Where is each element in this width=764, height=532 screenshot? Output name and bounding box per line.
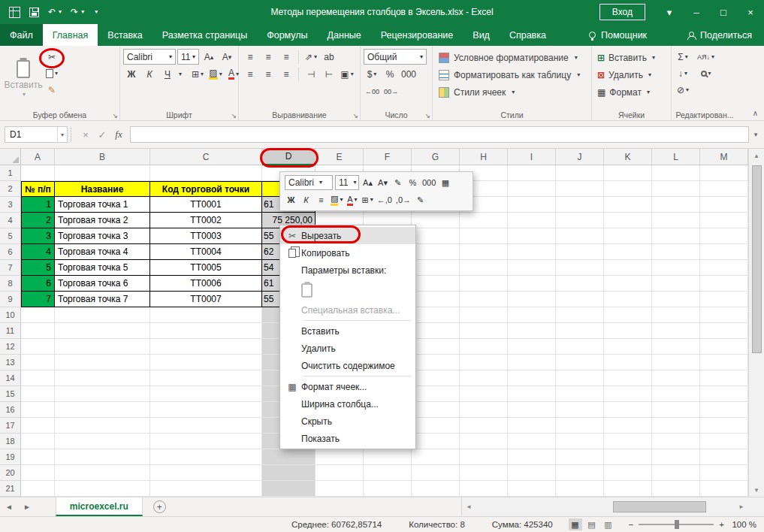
row-header-13[interactable]: 13	[0, 355, 21, 370]
cell-J14[interactable]	[556, 370, 604, 386]
cell-L2[interactable]	[652, 181, 700, 197]
cell-I3[interactable]	[508, 197, 556, 213]
cell-L4[interactable]	[652, 213, 700, 228]
cell-K19[interactable]	[604, 449, 652, 465]
sort-filter-button[interactable]: АЯ↓▾	[696, 49, 716, 65]
cell-E19[interactable]	[316, 449, 364, 465]
merge-center-button[interactable]: ▣▾	[339, 66, 355, 82]
name-box-caret-icon[interactable]: ▾	[57, 127, 67, 142]
cell-G19[interactable]	[412, 449, 460, 465]
orientation-button[interactable]: ⇗▾	[303, 49, 319, 65]
cell-B19[interactable]	[55, 449, 150, 465]
tab-view[interactable]: Вид	[463, 24, 500, 46]
cell-B4[interactable]: Торговая точка 2	[55, 213, 150, 228]
row-header-5[interactable]: 5	[0, 228, 21, 244]
cell-B15[interactable]	[55, 386, 150, 402]
cell-H15[interactable]	[460, 386, 508, 402]
confirm-entry-button[interactable]: ✓	[94, 126, 110, 143]
formula-bar-expand-icon[interactable]: ▾	[749, 131, 762, 138]
row-header-1[interactable]: 1	[0, 165, 21, 181]
cell-A10[interactable]	[21, 307, 55, 323]
increase-font-size-button[interactable]: А▴	[201, 49, 217, 65]
cell-M4[interactable]	[700, 213, 748, 228]
row-header-2[interactable]: 2	[0, 181, 21, 197]
increase-font-size-button[interactable]: А▴	[361, 175, 374, 190]
cell-C2[interactable]: Код торговой точки	[150, 181, 262, 197]
tab-data[interactable]: Данные	[318, 24, 371, 46]
font-color-button[interactable]: А▾	[346, 192, 358, 207]
increase-decimal-button[interactable]: ←,0	[376, 192, 393, 207]
cell-H13[interactable]	[460, 355, 508, 370]
cell-K13[interactable]	[604, 355, 652, 370]
cell-B16[interactable]	[55, 402, 150, 418]
align-bottom-icon[interactable]: ≡	[278, 49, 294, 65]
cell-C8[interactable]: ТТ0006	[150, 276, 262, 292]
cell-M11[interactable]	[700, 323, 748, 339]
sign-in-button[interactable]: Вход	[599, 4, 645, 20]
mini-font-name-combo[interactable]: Calibri▾	[285, 175, 333, 190]
align-top-icon[interactable]: ≡	[242, 49, 258, 65]
conditional-formatting-button[interactable]: Условное форматирование▾	[436, 49, 588, 66]
number-dialog-launcher[interactable]: ↘	[424, 112, 430, 119]
table-format-button[interactable]: ▦	[439, 175, 451, 190]
cell-H20[interactable]	[460, 465, 508, 481]
increase-decimal-button[interactable]: ←00	[364, 83, 381, 99]
cell-B11[interactable]	[55, 323, 150, 339]
zoom-slider[interactable]	[639, 524, 714, 525]
underline-button[interactable]: Ч	[159, 66, 176, 82]
cell-J3[interactable]	[556, 197, 604, 213]
row-header-15[interactable]: 15	[0, 386, 21, 402]
cell-L5[interactable]	[652, 228, 700, 244]
cell-G13[interactable]	[412, 355, 460, 370]
cell-G7[interactable]	[412, 260, 460, 276]
cut-button[interactable]: ✂	[44, 49, 60, 65]
cell-C10[interactable]	[150, 307, 262, 323]
cell-E20[interactable]	[316, 465, 364, 481]
column-header-E[interactable]: E	[316, 149, 364, 165]
column-header-F[interactable]: F	[364, 149, 412, 165]
format-as-table-button[interactable]: Форматировать как таблицу▾	[436, 66, 588, 83]
tab-insert[interactable]: Вставка	[98, 24, 152, 46]
cell-H14[interactable]	[460, 370, 508, 386]
context-menu-item-paste-options[interactable]	[280, 279, 415, 301]
cell-L3[interactable]	[652, 197, 700, 213]
cell-J18[interactable]	[556, 434, 604, 449]
align-center-icon[interactable]: ≡	[260, 66, 276, 82]
cell-A15[interactable]	[21, 386, 55, 402]
cell-J15[interactable]	[556, 386, 604, 402]
select-all-corner[interactable]	[0, 149, 21, 165]
borders-button[interactable]: ⊞▾	[361, 192, 373, 207]
percent-style-button[interactable]: %	[382, 66, 398, 82]
row-header-10[interactable]: 10	[0, 307, 21, 323]
cell-G5[interactable]	[412, 228, 460, 244]
row-header-17[interactable]: 17	[0, 418, 21, 434]
cell-I16[interactable]	[508, 402, 556, 418]
cell-G18[interactable]	[412, 434, 460, 449]
cell-I9[interactable]	[508, 292, 556, 307]
bold-button[interactable]: Ж	[123, 66, 140, 82]
cell-I5[interactable]	[508, 228, 556, 244]
cell-A5[interactable]: 3	[21, 228, 55, 244]
cell-K1[interactable]	[604, 165, 652, 181]
fill-color-button[interactable]: ▨▾	[207, 66, 224, 82]
row-header-3[interactable]: 3	[0, 197, 21, 213]
cell-H8[interactable]	[460, 276, 508, 292]
cell-C18[interactable]	[150, 434, 262, 449]
column-header-H[interactable]: H	[460, 149, 508, 165]
row-header-18[interactable]: 18	[0, 434, 21, 449]
borders-button[interactable]: ⊞▾	[189, 66, 206, 82]
cell-G9[interactable]	[412, 292, 460, 307]
column-header-A[interactable]: A	[21, 149, 55, 165]
cell-A1[interactable]	[21, 165, 55, 181]
cell-K12[interactable]	[604, 339, 652, 355]
cell-I2[interactable]	[508, 181, 556, 197]
cell-J17[interactable]	[556, 418, 604, 434]
cell-C15[interactable]	[150, 386, 262, 402]
cell-M18[interactable]	[700, 434, 748, 449]
zoom-level[interactable]: 100 %	[729, 520, 756, 529]
cell-L21[interactable]	[652, 481, 700, 497]
collapse-ribbon-icon[interactable]: ∧	[753, 109, 758, 117]
column-header-J[interactable]: J	[556, 149, 604, 165]
cell-H19[interactable]	[460, 449, 508, 465]
cell-K11[interactable]	[604, 323, 652, 339]
